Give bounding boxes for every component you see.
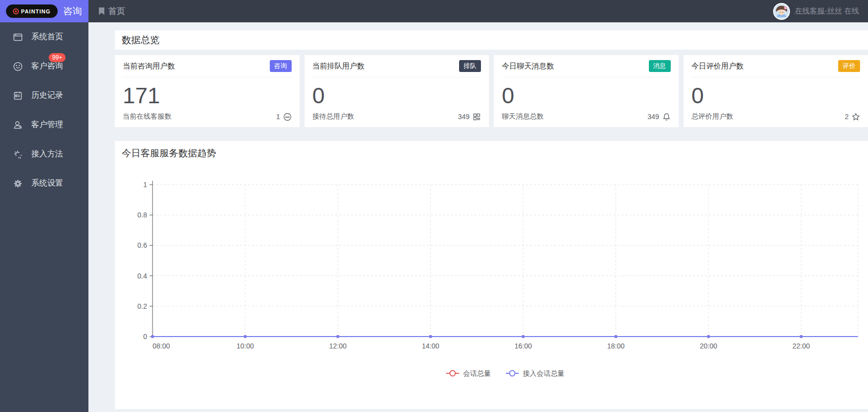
unread-count-badge: 99+ — [49, 53, 66, 62]
y-tick-label: 0.6 — [138, 241, 148, 249]
y-tick-label: 0.8 — [138, 211, 148, 219]
sidebar-item-label: 客户管理 — [31, 120, 63, 130]
bell-icon — [662, 113, 671, 121]
x-tick-label: 16:00 — [514, 342, 532, 350]
legend-label: 会话总量 — [463, 369, 491, 377]
card-footer-label: 当前在线客服数 — [123, 112, 171, 121]
x-tick-label: 14:00 — [422, 342, 439, 350]
sidebar-item-consult[interactable]: 客户咨询 99+ — [0, 52, 88, 81]
card-badge: 消息 — [649, 60, 671, 72]
smiley-icon — [13, 62, 23, 71]
overview-title: 数据总览 — [122, 34, 159, 47]
brand-header: PAINTING 咨询 — [0, 0, 88, 22]
user-icon — [13, 120, 23, 130]
sidebar-item-label: 客户咨询 — [31, 61, 63, 71]
star-icon — [852, 113, 860, 121]
card-footer-value: 1 — [276, 113, 280, 121]
x-tick-label: 22:00 — [792, 342, 810, 350]
card-footer-label: 总评价用户数 — [692, 112, 733, 121]
overview-header: 数据总览 — [115, 30, 868, 50]
chart-legend: 会话总量接入会话总量 — [446, 369, 564, 377]
y-tick-label: 0.2 — [138, 302, 148, 310]
notebook-icon — [13, 91, 23, 101]
sidebar-item-settings[interactable]: 系统设置 — [0, 169, 88, 198]
chart-grid — [153, 185, 858, 337]
user-menu[interactable]: 在线客服-丝丝 在线 — [773, 3, 859, 20]
stat-card-messages: 今日聊天消息数 消息 0 聊天消息总数 349 — [494, 55, 679, 127]
x-tick-label: 18:00 — [607, 342, 625, 350]
sidebar-item-home[interactable]: 系统首页 — [0, 22, 88, 52]
x-axis: 08:0010:0012:0014:0016:0018:0020:0022:00 — [153, 342, 810, 350]
user-name: 在线客服-丝丝 — [795, 6, 842, 15]
legend-label: 接入会话总量 — [523, 369, 564, 377]
trend-title: 今日客服服务数据趋势 — [122, 147, 868, 160]
tab-home[interactable]: 首页 — [98, 5, 125, 17]
tab-home-label: 首页 — [108, 5, 125, 17]
card-footer-value: 349 — [647, 113, 659, 121]
card-title: 当前排队用户数 — [313, 62, 365, 71]
card-footer-value: 2 — [845, 113, 849, 121]
series-line-1 — [151, 335, 858, 338]
sidebar-item-customers[interactable]: 客户管理 — [0, 110, 88, 139]
spark-icon — [13, 149, 23, 159]
x-tick-label: 12:00 — [329, 342, 346, 350]
card-badge: 咨询 — [270, 60, 292, 72]
window-icon — [13, 32, 23, 42]
card-value: 0 — [692, 84, 861, 107]
sidebar-item-label: 历史记录 — [31, 90, 63, 101]
card-footer-value: 349 — [458, 113, 470, 121]
avatar — [773, 3, 790, 20]
card-badge: 评价 — [838, 60, 860, 72]
user-state: 在线 — [844, 6, 859, 15]
card-title: 当前咨询用户数 — [123, 62, 175, 71]
y-axis: 00.20.40.60.81 — [138, 181, 153, 341]
y-tick-label: 0 — [143, 333, 147, 341]
card-footer-label: 聊天消息总数 — [502, 112, 544, 121]
x-tick-label: 08:00 — [153, 342, 170, 350]
sidebar-item-access[interactable]: 接入方法 — [0, 139, 88, 169]
stat-cards-row: 当前咨询用户数 咨询 171 当前在线客服数 1 当前排队用户数 排队 0 — [115, 55, 868, 127]
logo-mark-icon — [13, 8, 19, 14]
bookmark-icon — [98, 7, 105, 15]
y-tick-label: 1 — [143, 181, 147, 189]
logo-text: PAINTING — [21, 8, 51, 14]
legend-item[interactable]: 接入会话总量 — [506, 369, 564, 377]
sidebar-item-label: 系统设置 — [31, 178, 63, 189]
card-value: 0 — [313, 84, 481, 107]
sidebar-item-history[interactable]: 历史记录 — [0, 81, 88, 110]
face-icon — [283, 113, 292, 121]
stat-card-ratings: 今日评价用户数 评价 0 总评价用户数 2 — [684, 55, 868, 127]
legend-item[interactable]: 会话总量 — [446, 369, 491, 377]
x-tick-label: 20:00 — [700, 342, 717, 350]
x-tick-label: 10:00 — [237, 342, 254, 350]
sidebar-item-label: 系统首页 — [31, 32, 63, 42]
card-title: 今日评价用户数 — [692, 62, 744, 71]
stat-card-consulting: 当前咨询用户数 咨询 171 当前在线客服数 1 — [115, 55, 300, 127]
main-content: 数据总览 当前咨询用户数 咨询 171 当前在线客服数 1 当前排队用户数 — [88, 22, 868, 412]
sidebar-item-label: 接入方法 — [31, 149, 63, 159]
card-badge: 排队 — [459, 60, 481, 72]
card-value: 171 — [123, 84, 292, 107]
user-status-text: 在线客服-丝丝 在线 — [795, 6, 859, 16]
trend-panel: 今日客服服务数据趋势 00.20.40.60.8108:0010:0012:00… — [115, 141, 868, 409]
brand-logo[interactable]: PAINTING — [6, 4, 58, 18]
topbar: 首页 在线客服-丝丝 在线 — [88, 0, 868, 22]
stat-card-queue: 当前排队用户数 排队 0 接待总用户数 349 — [305, 55, 489, 127]
y-tick-label: 0.4 — [138, 272, 148, 280]
sidebar-menu: 系统首页 客户咨询 99+ 历史记录 客户管理 接入方法 — [0, 22, 88, 198]
grid-icon — [473, 113, 481, 121]
card-value: 0 — [502, 84, 671, 107]
card-footer-label: 接待总用户数 — [313, 112, 354, 121]
trend-chart: 00.20.40.60.8108:0010:0012:0014:0016:001… — [121, 170, 868, 410]
card-title: 今日聊天消息数 — [502, 62, 554, 71]
trend-chart-svg: 00.20.40.60.8108:0010:0012:0014:0016:001… — [121, 170, 866, 408]
sidebar: PAINTING 咨询 系统首页 客户咨询 99+ 历史记录 — [0, 0, 88, 412]
gear-icon — [13, 179, 23, 189]
brand-product-label: 咨询 — [63, 5, 82, 18]
